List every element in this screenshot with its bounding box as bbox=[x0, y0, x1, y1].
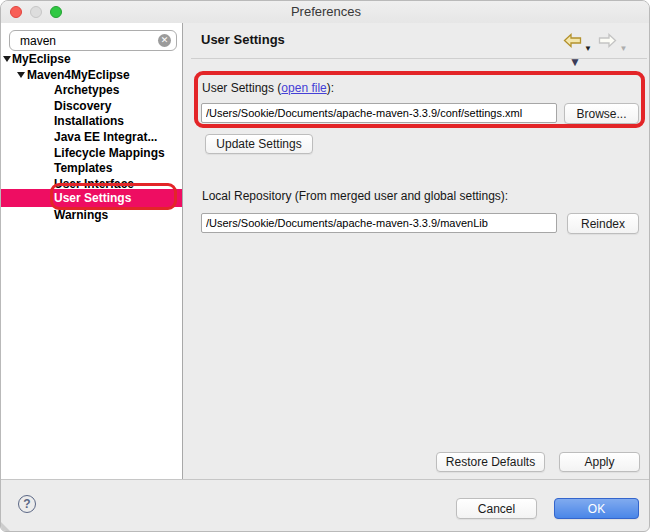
restore-defaults-button[interactable]: Restore Defaults bbox=[436, 452, 545, 472]
expand-triangle-icon[interactable] bbox=[3, 56, 11, 62]
sidebar-item-label: Maven4MyEclipse bbox=[27, 68, 130, 83]
expand-triangle-icon[interactable] bbox=[17, 72, 25, 78]
forward-history-dropdown-icon[interactable]: ▼ bbox=[619, 44, 627, 53]
filter-search-box[interactable]: ✕ bbox=[9, 30, 177, 51]
browse-button[interactable]: Browse... bbox=[564, 103, 639, 124]
titlebar: Preferences bbox=[1, 1, 650, 23]
sidebar-item-discovery[interactable]: Discovery bbox=[1, 98, 182, 114]
sidebar-item-label: Discovery bbox=[54, 99, 111, 114]
header-divider bbox=[191, 58, 647, 59]
sidebar-item-myeclipse[interactable]: MyEclipse bbox=[1, 51, 182, 67]
open-file-link[interactable]: open file bbox=[281, 81, 326, 95]
resize-grip[interactable] bbox=[1, 522, 10, 531]
sidebar-divider bbox=[182, 23, 183, 479]
sidebar-item-warnings[interactable]: Warnings bbox=[1, 207, 182, 223]
preferences-window: Preferences ✕ MyEclipseMaven4MyEclipseAr… bbox=[0, 0, 650, 532]
sidebar-item-label: Warnings bbox=[54, 208, 108, 223]
sidebar-item-installations[interactable]: Installations bbox=[1, 113, 182, 129]
sidebar-item-templates[interactable]: Templates bbox=[1, 160, 182, 176]
help-button[interactable]: ? bbox=[18, 495, 36, 513]
label-text-prefix: User Settings ( bbox=[202, 81, 281, 95]
local-repository-path-input[interactable] bbox=[201, 213, 557, 233]
settings-path-input[interactable] bbox=[201, 103, 557, 123]
sidebar-item-lifecycle-mappings[interactable]: Lifecycle Mappings bbox=[1, 145, 182, 161]
cancel-button[interactable]: Cancel bbox=[456, 498, 537, 519]
sidebar-item-maven4myeclipse[interactable]: Maven4MyEclipse bbox=[1, 67, 182, 83]
label-text-suffix: ): bbox=[327, 81, 334, 95]
search-input[interactable] bbox=[18, 32, 148, 49]
apply-button[interactable]: Apply bbox=[559, 452, 640, 472]
sidebar-item-archetypes[interactable]: Archetypes bbox=[1, 82, 182, 98]
back-history-dropdown-icon[interactable]: ▼ bbox=[584, 44, 592, 53]
sidebar-item-label: User Settings bbox=[54, 191, 131, 206]
sidebar-item-java-ee-integrat[interactable]: Java EE Integrat... bbox=[1, 129, 182, 145]
local-repository-label: Local Repository (From merged user and g… bbox=[202, 189, 508, 203]
sidebar-item-label: MyEclipse bbox=[12, 52, 71, 67]
sidebar-item-label: Templates bbox=[54, 161, 112, 176]
window-title: Preferences bbox=[1, 4, 650, 19]
back-arrow-icon[interactable] bbox=[563, 33, 582, 48]
update-settings-button[interactable]: Update Settings bbox=[205, 134, 313, 154]
ok-button[interactable]: OK bbox=[554, 498, 639, 519]
reindex-button[interactable]: Reindex bbox=[567, 213, 639, 234]
history-nav: ▼ ▼ ▼ bbox=[563, 33, 649, 51]
user-settings-label: User Settings (open file): bbox=[202, 81, 334, 95]
sidebar-item-label: Archetypes bbox=[54, 83, 119, 98]
sidebar-item-label: Java EE Integrat... bbox=[54, 130, 157, 145]
sidebar-item-label: Lifecycle Mappings bbox=[54, 146, 165, 161]
page-title: User Settings bbox=[201, 32, 285, 47]
sidebar-item-user-settings[interactable]: User Settings bbox=[1, 189, 182, 207]
clear-search-icon[interactable]: ✕ bbox=[158, 34, 171, 47]
sidebar-item-label: Installations bbox=[54, 114, 124, 129]
forward-arrow-icon[interactable] bbox=[598, 33, 617, 48]
footer-divider bbox=[1, 479, 650, 480]
